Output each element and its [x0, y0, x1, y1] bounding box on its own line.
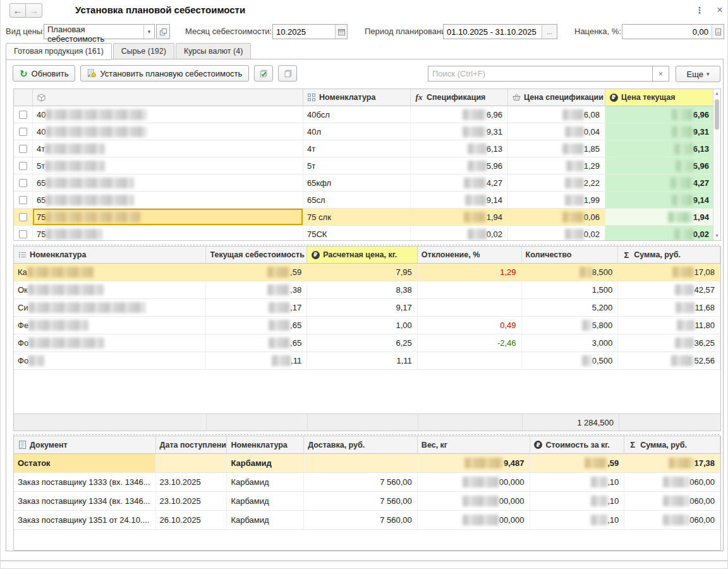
- cell-sum[interactable]: 17,38: [624, 454, 720, 473]
- row-checkbox[interactable]: [19, 111, 27, 119]
- cell-sum[interactable]: 11,80: [618, 317, 720, 334]
- cell-weight[interactable]: 00,000: [418, 511, 530, 530]
- cell-specification[interactable]: 40л: [303, 123, 411, 140]
- chevron-down-icon[interactable]: ▾: [143, 25, 154, 39]
- header-new-price[interactable]: ₽Цена текущая: [605, 89, 714, 106]
- cell-nomenclature[interactable]: 65: [33, 174, 303, 192]
- cell-checkbox[interactable]: [14, 106, 33, 123]
- table-row[interactable]: Си,179,175,20011,68: [14, 299, 720, 317]
- table-row[interactable]: Фо,111,110,50052,56: [14, 352, 720, 370]
- cell-checkbox[interactable]: [14, 209, 33, 226]
- table-row[interactable]: Заказ поставщику 1333 (вх. 1346...23.10.…: [14, 473, 720, 492]
- cell-quantity[interactable]: 5,200: [522, 299, 619, 317]
- cell-nomenclature[interactable]: Фо: [14, 352, 206, 370]
- cell-new-price[interactable]: 6,96: [605, 106, 714, 123]
- cell-spec-price[interactable]: 9,31: [411, 123, 508, 140]
- cell-spec-price[interactable]: 0,02: [411, 226, 508, 241]
- header-delivery[interactable]: Доставка, руб.: [304, 436, 418, 454]
- cell-current-price[interactable]: 0,06: [508, 209, 605, 226]
- cell-document[interactable]: Заказ поставщику 1334 (вх. 1346...: [14, 492, 156, 511]
- cell-current-cost[interactable]: ,59: [206, 264, 307, 281]
- back-button[interactable]: ←: [9, 3, 26, 18]
- cell-weight[interactable]: 9,487: [418, 454, 530, 473]
- cell-spec-price[interactable]: 6,96: [411, 106, 508, 123]
- table-row[interactable]: 5т5т5,961,295,96: [14, 157, 720, 174]
- table-row[interactable]: ОстатокКарбамид9,487,5917,38: [14, 454, 720, 473]
- cell-delivery[interactable]: 7 560,00: [304, 511, 418, 530]
- cell-checkbox[interactable]: [14, 192, 33, 209]
- cell-nomenclature[interactable]: 40: [33, 123, 303, 140]
- cell-checkbox[interactable]: [14, 157, 33, 174]
- cell-deviation[interactable]: [418, 299, 522, 317]
- cell-sum[interactable]: 060,00: [624, 511, 720, 530]
- cell-new-price[interactable]: 4,27: [605, 174, 714, 192]
- cell-nomenclature[interactable]: Карбамид: [227, 473, 304, 492]
- table-row[interactable]: Ка,597,951,298,50017,08: [14, 264, 720, 281]
- price-type-select[interactable]: Плановая себестоимость ▾: [44, 24, 155, 39]
- cell-cost-per-kg[interactable]: ,10: [530, 473, 625, 492]
- cell-calc-price[interactable]: 7,95: [307, 264, 418, 281]
- header-weight[interactable]: Вес, кг: [418, 436, 530, 454]
- cell-deviation[interactable]: 1,29: [418, 264, 522, 281]
- cell-specification[interactable]: 75СК: [303, 226, 411, 241]
- header-sum[interactable]: ΣСумма, руб.: [624, 436, 720, 454]
- cell-deviation[interactable]: [418, 281, 522, 299]
- header-document[interactable]: Документ: [14, 436, 156, 454]
- cell-new-price[interactable]: 6,13: [605, 140, 714, 157]
- cell-calc-price[interactable]: 1,00: [307, 317, 418, 334]
- cost-month-input[interactable]: [273, 25, 335, 39]
- cell-new-price[interactable]: 9,14: [605, 192, 714, 209]
- cell-sum[interactable]: 060,00: [624, 473, 720, 492]
- cell-receipt-date[interactable]: 23.10.2025: [156, 492, 228, 511]
- cell-sum[interactable]: 060,00: [624, 492, 720, 511]
- cell-document[interactable]: Заказ поставщику 1333 (вх. 1346...: [14, 473, 156, 492]
- header-sum[interactable]: ΣСумма, руб.: [618, 247, 720, 264]
- header-quantity[interactable]: Количество: [522, 247, 619, 264]
- cell-cost-per-kg[interactable]: ,10: [530, 511, 625, 530]
- header-nomenclature[interactable]: [33, 89, 303, 106]
- cell-current-cost[interactable]: ,38: [206, 281, 307, 299]
- tab-currency-rates[interactable]: Курсы валют (4): [176, 43, 251, 59]
- cell-checkbox[interactable]: [14, 226, 33, 241]
- table-row[interactable]: 6565сл9,141,999,14: [14, 192, 720, 209]
- cell-quantity[interactable]: 1,500: [522, 281, 619, 299]
- header-current-price[interactable]: Цена спецификации: [508, 89, 605, 106]
- table-row[interactable]: Фо,656,25-2,463,00036,25: [14, 334, 720, 352]
- cell-nomenclature[interactable]: 40: [33, 106, 303, 123]
- calendar-icon[interactable]: [335, 25, 347, 39]
- cell-sum[interactable]: 11,68: [618, 299, 720, 317]
- cell-calc-price[interactable]: 1,11: [307, 352, 418, 370]
- markup-input[interactable]: [622, 25, 712, 39]
- cell-delivery[interactable]: 7 560,00: [304, 492, 418, 511]
- open-price-type-button[interactable]: [156, 24, 170, 39]
- table-row[interactable]: Заказ поставщику 1351 от 24.10....26.10.…: [14, 511, 720, 530]
- search-clear-button[interactable]: ×: [653, 66, 669, 82]
- cell-current-price[interactable]: 1,99: [508, 192, 605, 209]
- cell-quantity[interactable]: 8,500: [522, 264, 619, 281]
- table-row[interactable]: Заказ поставщику 1334 (вх. 1346...23.10.…: [14, 492, 720, 511]
- row-checkbox[interactable]: [19, 145, 27, 153]
- cell-spec-price[interactable]: 6,13: [411, 140, 508, 157]
- cell-nomenclature[interactable]: 65: [33, 192, 303, 209]
- header-spec-price[interactable]: fxСпецификация: [411, 89, 508, 106]
- period-more-button[interactable]: ...: [542, 25, 557, 39]
- set-planned-cost-button[interactable]: Установить плановую себестоимость: [80, 65, 249, 82]
- cell-sum[interactable]: 52,56: [618, 352, 720, 370]
- header-nomenclature[interactable]: Номенклатура: [14, 247, 206, 264]
- row-checkbox[interactable]: [19, 128, 27, 136]
- scroll-down-icon[interactable]: ▼: [713, 232, 720, 240]
- cell-deviation[interactable]: -2,46: [418, 334, 522, 352]
- cell-quantity[interactable]: 5,800: [522, 317, 619, 334]
- cell-nomenclature[interactable]: Ка: [14, 264, 206, 281]
- header-current-cost[interactable]: Текущая себестоимость: [206, 247, 307, 264]
- cell-cost-per-kg[interactable]: ,10: [530, 492, 625, 511]
- cell-delivery[interactable]: 7 560,00: [304, 473, 418, 492]
- cell-new-price[interactable]: 1,94: [605, 209, 714, 226]
- cell-cost-per-kg[interactable]: ,59: [530, 454, 625, 473]
- tab-finished-goods[interactable]: Готовая продукция (161): [6, 43, 112, 60]
- cell-nomenclature[interactable]: Карбамид: [227, 454, 304, 473]
- uncheck-all-button[interactable]: [278, 65, 297, 82]
- cell-nomenclature[interactable]: Фо: [14, 334, 206, 352]
- cell-nomenclature[interactable]: Карбамид: [227, 492, 304, 511]
- row-checkbox[interactable]: [19, 230, 27, 238]
